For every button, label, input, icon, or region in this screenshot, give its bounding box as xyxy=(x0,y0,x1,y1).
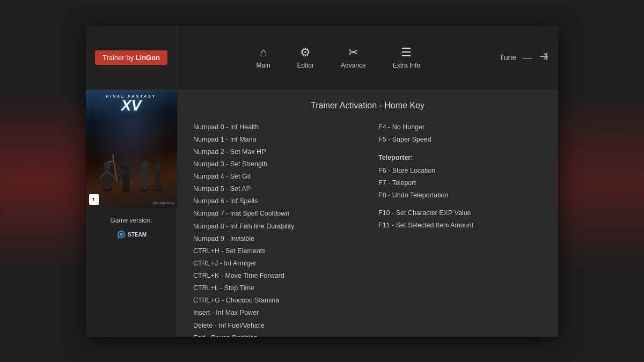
hotkey-numpad0: Numpad 0 - Inf Health xyxy=(193,121,357,134)
hotkey-numpad3: Numpad 3 - Set Strength xyxy=(193,158,357,171)
hotkey-insert: Insert - Inf Max Power xyxy=(193,307,357,319)
nav-item-editor[interactable]: ⚙ Editor xyxy=(297,46,314,69)
hotkey-f8: F8 - Undo Teleportation xyxy=(378,189,542,202)
hotkey-ctrl-k: CTRL+K - Move Time Forward xyxy=(193,270,357,282)
nav-label-editor: Editor xyxy=(297,62,314,69)
hotkey-numpad1: Numpad 1 - Inf Mana xyxy=(193,134,357,146)
hotkey-numpad7: Numpad 7 - Inst Spell Cooldown xyxy=(193,208,357,220)
game-version-section: Game version: STEAM xyxy=(110,208,152,240)
publisher-label: SQUARE ENIX xyxy=(152,202,174,205)
nav-label-extra-info: Extra Info xyxy=(393,62,420,69)
brand-section: Trainer by LinGon xyxy=(86,26,177,90)
teleporter-label: Teleporter: xyxy=(378,151,542,165)
svg-rect-8 xyxy=(123,165,129,189)
hotkeys-grid: Numpad 0 - Inf Health Numpad 1 - Inf Man… xyxy=(193,121,542,337)
svg-line-13 xyxy=(108,161,113,162)
hotkey-numpad4: Numpad 4 - Set Gil xyxy=(193,171,357,183)
brand-badge: Trainer by LinGon xyxy=(95,50,167,65)
hotkey-delete: Delete - Inf Fuel/Vehicle xyxy=(193,320,357,332)
hotkey-end: End - Pause Decision xyxy=(193,332,357,337)
nav-label-advance: Advance xyxy=(341,62,366,69)
hotkey-numpad9: Numpad 9 - Invisible xyxy=(193,233,357,245)
brand-prefix: Trainer by xyxy=(103,54,136,62)
nav-label-main: Main xyxy=(257,62,270,69)
minimize-button[interactable]: — xyxy=(523,52,532,63)
hotkey-f10: F10 - Set Character EXP Value xyxy=(378,207,542,219)
right-panel: Trainer Activation - Home Key Numpad 0 -… xyxy=(177,90,558,337)
top-right: Tune — xyxy=(500,26,558,90)
hotkey-f6: F6 - Store Location xyxy=(378,165,542,177)
hotkey-f11: F11 - Set Selected Item Amount xyxy=(378,219,542,232)
nav-section: ⌂ Main ⚙ Editor ✂ Advance ☰ Extra Info xyxy=(177,26,500,90)
main-window: Trainer by LinGon ⌂ Main ⚙ Editor ✂ Adva… xyxy=(86,26,558,337)
extra-info-icon: ☰ xyxy=(401,46,412,60)
svg-point-19 xyxy=(155,164,162,171)
hotkey-numpad8: Numpad 8 - Inf Fish line Durability xyxy=(193,220,357,233)
svg-point-16 xyxy=(141,161,149,170)
svg-rect-0 xyxy=(540,56,546,57)
editor-icon: ⚙ xyxy=(300,46,311,60)
nav-item-main[interactable]: ⌂ Main xyxy=(257,46,270,69)
hotkey-numpad5: Numpad 5 - Set AP xyxy=(193,183,357,195)
game-version-label: Game version: xyxy=(110,217,152,224)
hotkey-f7: F7 - Teleport xyxy=(378,177,542,189)
svg-point-9 xyxy=(122,157,130,167)
hotkey-ctrl-h: CTRL+H - Set Elements xyxy=(193,245,357,257)
game-cover: FINAL FANTASY XV T SQUARE ENIX xyxy=(86,90,177,208)
hotkey-numpad6: Numpad 6 - Inf Spells xyxy=(193,195,357,208)
nav-item-extra-info[interactable]: ☰ Extra Info xyxy=(393,46,420,69)
svg-point-4 xyxy=(104,161,111,169)
rating-badge: T xyxy=(89,194,99,205)
main-icon: ⌂ xyxy=(260,46,267,60)
hotkey-ctrl-j: CTRL+J - Inf Armiger xyxy=(193,257,357,270)
svg-rect-15 xyxy=(142,169,148,189)
steam-logo: STEAM xyxy=(115,228,148,240)
hotkey-ctrl-l: CTRL+L - Stop Time xyxy=(193,282,357,294)
hotkeys-right-column: F4 - No Hunger F5 - Super Speed Teleport… xyxy=(378,121,542,337)
activation-title: Trainer Activation - Home Key xyxy=(193,101,542,110)
nav-item-advance[interactable]: ✂ Advance xyxy=(341,46,366,69)
content-area: FINAL FANTASY XV T SQUARE ENIX Game vers… xyxy=(86,90,558,337)
hotkey-ctrl-g: CTRL+G - Chocobo Stamina xyxy=(193,294,357,307)
top-bar: Trainer by LinGon ⌂ Main ⚙ Editor ✂ Adva… xyxy=(86,26,558,90)
hotkey-f4: F4 - No Hunger xyxy=(378,121,542,134)
svg-rect-18 xyxy=(156,171,161,189)
hotkey-numpad2: Numpad 2 - Set Max HP xyxy=(193,146,357,158)
hotkeys-left-column: Numpad 0 - Inf Health Numpad 1 - Inf Man… xyxy=(193,121,357,337)
left-panel: FINAL FANTASY XV T SQUARE ENIX Game vers… xyxy=(86,90,177,337)
svg-rect-1 xyxy=(546,53,547,60)
advance-icon: ✂ xyxy=(348,46,358,60)
svg-text:STEAM: STEAM xyxy=(128,232,147,238)
tune-label: Tune xyxy=(500,53,516,62)
exit-button[interactable] xyxy=(539,51,550,64)
hotkey-f5: F5 - Super Speed xyxy=(378,134,542,146)
brand-name: LinGon xyxy=(136,54,160,62)
svg-point-22 xyxy=(120,233,123,236)
